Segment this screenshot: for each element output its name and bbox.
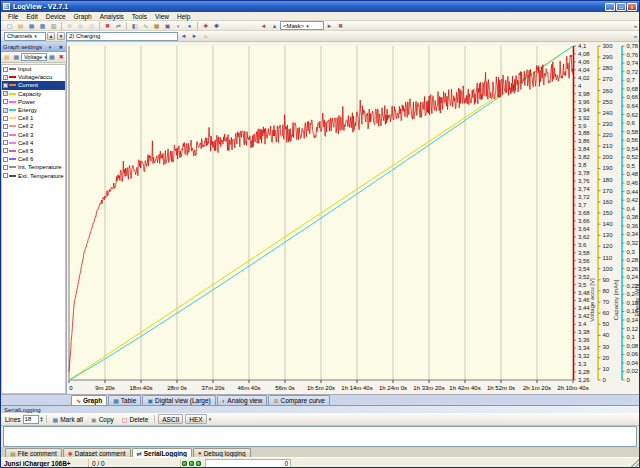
graph-view-icon[interactable]: ∿ [141, 22, 150, 30]
open-icon[interactable]: ▤ [16, 22, 25, 30]
mask-combo[interactable]: <Mask>▾ [280, 21, 324, 30]
channel-checkbox[interactable] [3, 165, 8, 170]
close-button[interactable]: x [627, 3, 637, 11]
graph-tab-bar: ∿Graph▦Table▣Digital view (Large)◐Analog… [1, 394, 639, 405]
menu-file[interactable]: File [4, 13, 22, 20]
print-icon[interactable]: ▥ [49, 22, 58, 30]
channel-up-icon[interactable]: ▲ [47, 32, 55, 40]
title-bar[interactable]: L LogView - V2.7.1 _ ▭ x [1, 1, 639, 12]
x-tick-label: 0 [69, 385, 73, 391]
channel-row-input[interactable]: Input [2, 65, 65, 73]
channel-checkbox[interactable]: ✓ [3, 83, 8, 88]
channel-row-cell-6[interactable]: Cell 6 [2, 155, 65, 163]
channel-row-energy[interactable]: ✓Energy [2, 106, 65, 114]
menu-graph[interactable]: Graph [70, 13, 96, 20]
channels-combo[interactable]: Channels ▾ [4, 32, 46, 41]
channelbar-overflow-icon[interactable]: » [634, 33, 637, 39]
channel-checkbox[interactable]: ✓ [3, 108, 8, 113]
channel-checkbox[interactable] [3, 116, 8, 121]
channel-row-cell-2[interactable]: Cell 2 [2, 122, 65, 130]
menu-tools[interactable]: Tools [128, 13, 151, 20]
channel-checkbox[interactable] [3, 99, 8, 104]
save-all-icon[interactable]: ▩ [38, 22, 47, 30]
menu-help[interactable]: Help [173, 13, 194, 20]
delete-preset-icon[interactable]: ✖ [58, 53, 66, 61]
channel-row-ext-temperature[interactable]: Ext. Temperature [2, 171, 65, 179]
prev-dataset-icon[interactable]: ◄ [179, 32, 188, 40]
mask-apply-icon[interactable]: ► [325, 22, 334, 30]
preset-combo[interactable]: Voltage▾ [21, 53, 47, 61]
tab-graph[interactable]: ∿Graph [71, 395, 107, 405]
tab-digital-view-large[interactable]: ▣Digital view (Large) [142, 395, 215, 405]
channel-checkbox[interactable] [3, 148, 8, 153]
digital-view-icon[interactable]: ▣ [163, 22, 172, 30]
settings-icon[interactable]: ✱ [212, 22, 221, 30]
table-view-icon[interactable]: ▦ [152, 22, 161, 30]
channel-row-power[interactable]: Power [2, 98, 65, 106]
mask-delete-icon[interactable]: ✖ [336, 22, 345, 30]
channel-row-cell-4[interactable]: Cell 4 [2, 139, 65, 147]
service-icon[interactable]: ✚ [201, 22, 210, 30]
channel-checkbox[interactable] [3, 132, 8, 137]
new-icon[interactable]: ▢ [5, 22, 14, 30]
menu-device[interactable]: Device [42, 13, 70, 20]
chart-canvas[interactable]: 09m 20s18m 40s28m 0s37m 20s46m 40s56m 0s… [67, 42, 640, 394]
tab-seriallogging[interactable]: ⇄SerialLogging [132, 448, 192, 457]
channel-checkbox[interactable] [3, 124, 8, 129]
load-settings-icon[interactable]: ▤ [3, 53, 11, 61]
mode-ascii-button[interactable]: ASCII [158, 414, 183, 424]
channel-row-current[interactable]: ✓Current [2, 81, 65, 89]
save-settings-icon[interactable]: ▦ [13, 53, 21, 61]
menu-analysis[interactable]: Analysis [96, 13, 128, 20]
delete-icon[interactable]: ✖ [103, 22, 112, 30]
clock-icon[interactable]: ● [185, 22, 194, 30]
next-dataset-icon[interactable]: ► [190, 32, 199, 40]
maximize-button[interactable]: ▭ [616, 3, 626, 11]
channel-row-cell-5[interactable]: Cell 5 [2, 147, 65, 155]
tab-file-comment[interactable]: ▤File comment [5, 448, 62, 457]
save-icon[interactable]: ▦ [27, 22, 36, 30]
minimize-button[interactable]: _ [605, 3, 615, 11]
window-view-icon[interactable]: ◧ [130, 22, 139, 30]
mask-edit-icon[interactable]: ▲ [270, 22, 279, 30]
tab-dataset-comment[interactable]: ✱Dataset comment [63, 448, 131, 457]
lines-spinner[interactable] [23, 415, 39, 424]
tab-compare-curve[interactable]: ≋Compare curve [268, 395, 329, 405]
save-preset-icon[interactable]: ▦ [48, 53, 56, 61]
channel-row-capacity[interactable]: ✓Capacity [2, 90, 65, 98]
channel-checkbox[interactable]: ✓ [3, 75, 8, 80]
analog-view-icon[interactable]: ◐ [174, 22, 183, 30]
channel-checkbox[interactable] [3, 173, 8, 178]
panel-close-icon[interactable]: ✖ [58, 44, 64, 50]
tab-table[interactable]: ▦Table [108, 395, 141, 405]
menu-view[interactable]: View [151, 13, 173, 20]
channel-row-cell-3[interactable]: Cell 3 [2, 131, 65, 139]
serial-logging-header[interactable]: SerialLogging [1, 405, 639, 413]
home-icon[interactable]: ⌂ [201, 32, 210, 40]
tab-debug-logging[interactable]: ●Debug logging [193, 448, 251, 457]
channel-checkbox[interactable]: ✓ [3, 91, 8, 96]
channel-row-cell-1[interactable]: Cell 1 [2, 114, 65, 122]
channel-row-voltage-accu[interactable]: ✓Voltage/accu [2, 73, 65, 81]
mode-hex-button[interactable]: HEX [185, 414, 206, 424]
panel-menu-icon[interactable]: ▾ [48, 44, 53, 50]
delete-button[interactable]: ▢Delete [119, 414, 151, 425]
menu-edit[interactable]: Edit [22, 13, 41, 20]
channel-down-icon[interactable]: ▼ [57, 32, 65, 40]
serial-logging-output[interactable] [3, 426, 637, 447]
mask-prev-icon[interactable]: ◄ [259, 22, 268, 30]
graph-settings-header[interactable]: Graph settings ▾ ✖ [1, 42, 66, 52]
channel-checkbox[interactable] [3, 157, 8, 162]
resize-grip[interactable] [630, 459, 639, 468]
channel-checkbox[interactable] [3, 140, 8, 145]
copy-button[interactable]: ▣Copy [88, 414, 117, 425]
channel-row-int-temperature[interactable]: Int. Temperature [2, 163, 65, 171]
toolbar-overflow-icon[interactable]: » [634, 23, 637, 29]
tab-analog-view[interactable]: ◐Analog view [217, 395, 268, 405]
session-name-input[interactable] [66, 32, 178, 41]
mark-all-button[interactable]: ▦Mark all [50, 414, 86, 425]
channel-checkbox[interactable] [3, 67, 8, 72]
modes-dropdown-icon[interactable]: ▾ [209, 416, 212, 422]
lines-updown[interactable]: ▲▼ [40, 416, 44, 423]
connect-device-icon[interactable]: ⇄ [114, 22, 123, 30]
